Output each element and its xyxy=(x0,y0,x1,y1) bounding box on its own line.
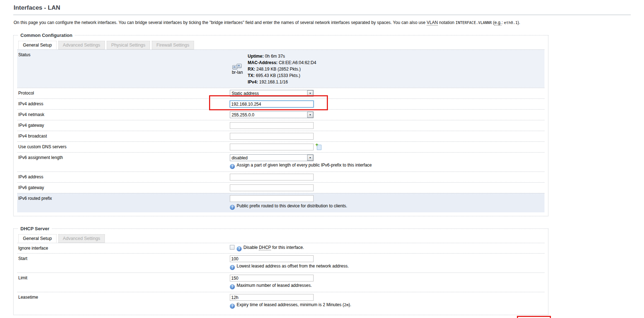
common-configuration-tabs: General Setup Advanced Settings Physical… xyxy=(18,41,544,49)
vlan-abbr: VLAN xyxy=(427,20,438,25)
status-field-value: 192.168.1.1/16 xyxy=(259,80,288,85)
help-text: Disable xyxy=(243,245,259,250)
protocol-select[interactable]: Static address xyxy=(230,90,314,97)
ipv6-assignment-length-select-value: disabled xyxy=(230,155,307,160)
ipv6-assignment-length-help: Assign a part of given length of every p… xyxy=(230,163,544,169)
tab-advanced-settings[interactable]: Advanced Settings xyxy=(58,41,105,49)
help-text: Maximum number of leased addresses. xyxy=(237,283,312,288)
ipv6-assignment-length-select[interactable]: disabled xyxy=(230,154,314,161)
ipv4-broadcast-input[interactable] xyxy=(230,133,314,140)
status-row: Status br-lan Uptime: 0h 6m 37s MAC xyxy=(17,49,544,88)
ipv4-netmask-select[interactable]: 255.255.0.0 xyxy=(230,111,314,118)
ipv6-address-input[interactable] xyxy=(230,174,314,180)
custom-dns-row: Use custom DNS servers + xyxy=(17,141,544,152)
ignore-interface-checkbox[interactable] xyxy=(230,245,234,250)
protocol-select-value: Static address xyxy=(230,91,307,96)
ethernet-port-icon xyxy=(237,64,242,68)
custom-dns-input[interactable] xyxy=(230,144,314,150)
description-text-4: : xyxy=(502,20,504,25)
help-text: Expiry time of leased addresses, minimum… xyxy=(237,302,344,307)
status-details: Uptime: 0h 6m 37s MAC-Address: C8:EE:A6:… xyxy=(248,53,316,85)
dhcp-limit-input[interactable] xyxy=(230,275,314,281)
dhcp-leasetime-row: Leasetime Expiry time of leased addresse… xyxy=(17,292,544,311)
ipv6-routed-prefix-input[interactable] xyxy=(230,195,314,202)
status-field-value: 248.19 KB (2852 Pkts.) xyxy=(256,67,301,72)
status-line-tx: TX: 695.43 KB (1533 Pkts.) xyxy=(248,72,316,79)
status-field-name: IPv4: xyxy=(248,80,258,85)
dropdown-arrow-icon[interactable] xyxy=(307,155,313,161)
dhcp-start-help: Lowest leased address as offset from the… xyxy=(230,264,544,270)
protocol-row: Protocol Static address xyxy=(17,88,544,98)
ipv6-routed-prefix-help: Public prefix routed to this device for … xyxy=(230,203,544,210)
dropdown-arrow-icon[interactable] xyxy=(307,112,313,118)
interface-name: br-lan xyxy=(230,70,245,75)
help-text: Lowest leased address as offset from the… xyxy=(237,264,349,269)
help-icon xyxy=(230,284,235,289)
dhcp-abbr: DHCP xyxy=(259,245,271,250)
status-field-name: Uptime: xyxy=(248,54,264,59)
interface-vlannr-code: INTERFACE.VLANNR xyxy=(456,20,492,25)
ipv4-netmask-row: IPv4 netmask 255.255.0.0 xyxy=(17,109,544,120)
dhcp-leasetime-label: Leasetime xyxy=(17,293,230,310)
ipv6-address-row: IPv6 address xyxy=(17,172,544,182)
status-line-ipv4: IPv4: 192.168.1.1/16 xyxy=(248,79,316,85)
eg-abbr: e.g. xyxy=(494,20,502,25)
add-entry-plus: + xyxy=(315,142,318,148)
ipv4-address-label: IPv4 address xyxy=(17,100,230,108)
tab-general-setup[interactable]: General Setup xyxy=(18,41,57,49)
status-field-value: 695.43 KB (1533 Pkts.) xyxy=(256,73,300,78)
dhcp-leasetime-input[interactable] xyxy=(230,294,314,301)
ipv4-gateway-label: IPv4 gateway xyxy=(17,121,230,130)
help-icon xyxy=(230,164,235,169)
add-entry-icon[interactable]: + xyxy=(316,144,321,150)
tab-dhcp-advanced-settings[interactable]: Advanced Settings xyxy=(58,234,105,243)
status-field-value: 0h 6m 37s xyxy=(265,54,285,59)
help-icon xyxy=(230,265,235,270)
ipv6-routed-prefix-row: IPv6 routed prefix Public prefix routed … xyxy=(17,193,544,212)
tab-dhcp-general-setup[interactable]: General Setup xyxy=(18,234,57,243)
description-text-2: notation xyxy=(438,20,455,25)
dhcp-limit-row: Limit Maximum number of leased addresses… xyxy=(17,273,544,292)
status-content: br-lan Uptime: 0h 6m 37s MAC-Address: C8… xyxy=(230,52,544,85)
dhcp-start-row: Start Lowest leased address as offset fr… xyxy=(17,253,544,273)
dhcp-limit-label: Limit xyxy=(17,274,230,291)
ipv6-assignment-length-label: IPv6 assignment length xyxy=(17,154,230,170)
ipv6-routed-prefix-label: IPv6 routed prefix xyxy=(17,194,230,211)
ignore-interface-row: Ignore interface Disable DHCP for this i… xyxy=(17,243,544,253)
protocol-label: Protocol xyxy=(17,89,230,97)
leasetime-unit-code: 2m xyxy=(344,303,349,307)
ignore-interface-label: Ignore interface xyxy=(17,244,230,252)
status-field-value: C8:EE:A6:04:62:D4 xyxy=(279,60,316,65)
tab-physical-settings[interactable]: Physical Settings xyxy=(107,41,150,49)
ipv6-gateway-label: IPv6 gateway xyxy=(17,184,230,192)
common-configuration-section: Common Configuration General Setup Advan… xyxy=(13,33,548,216)
dhcp-leasetime-help: Expiry time of leased addresses, minimum… xyxy=(230,302,544,309)
status-line-uptime: Uptime: 0h 6m 37s xyxy=(248,53,316,59)
ipv4-gateway-input[interactable] xyxy=(230,122,314,129)
dhcp-start-input[interactable] xyxy=(230,255,314,262)
bridge-icon xyxy=(232,63,243,69)
help-icon xyxy=(237,246,242,251)
status-field-name: MAC-Address: xyxy=(248,60,277,65)
status-line-rx: RX: 248.19 KB (2852 Pkts.) xyxy=(248,66,316,72)
help-text: for this interface. xyxy=(271,245,304,250)
status-line-mac: MAC-Address: C8:EE:A6:04:62:D4 xyxy=(248,59,316,66)
ipv4-address-input[interactable] xyxy=(230,101,314,107)
dropdown-arrow-icon[interactable] xyxy=(307,90,313,96)
custom-dns-label: Use custom DNS servers xyxy=(17,143,230,151)
tab-firewall-settings[interactable]: Firewall Settings xyxy=(152,41,194,49)
help-text: Assign a part of given length of every p… xyxy=(237,163,372,168)
ipv6-gateway-input[interactable] xyxy=(230,184,314,191)
ipv4-netmask-label: IPv4 netmask xyxy=(17,111,230,119)
dhcp-server-legend: DHCP Server xyxy=(18,226,52,231)
help-icon xyxy=(230,304,235,309)
dhcp-rows: Ignore interface Disable DHCP for this i… xyxy=(17,243,544,311)
page-description: On this page you can configure the netwo… xyxy=(14,20,548,25)
annotation-highlight-save-apply xyxy=(517,316,551,318)
status-label: Status xyxy=(17,51,230,87)
ipv6-assignment-length-row: IPv6 assignment length disabled Assign a… xyxy=(17,152,544,172)
help-icon xyxy=(230,205,235,210)
dhcp-start-label: Start xyxy=(17,255,230,271)
description-text-3: ( xyxy=(492,20,494,25)
page: Interfaces - LAN On this page you can co… xyxy=(0,0,644,318)
